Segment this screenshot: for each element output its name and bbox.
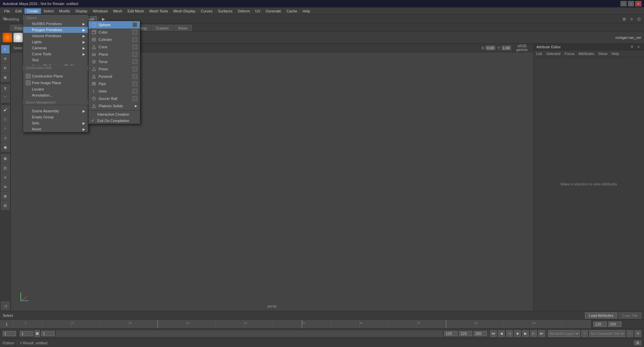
free-image-plane-checkbox[interactable] — [26, 80, 31, 85]
poly-pyramid[interactable]: Pyramid — [89, 73, 140, 80]
menu-uv[interactable]: UV — [253, 8, 263, 14]
tool-snap3[interactable]: ≡ — [1, 173, 10, 182]
transport-prev-frame[interactable]: ◀ — [498, 330, 505, 337]
menu-surfaces[interactable]: Surfaces — [215, 8, 235, 14]
create-cameras[interactable]: Cameras ▶ — [23, 45, 88, 51]
attr-float-button[interactable]: ⧉ — [629, 44, 635, 50]
tool-snap5[interactable]: ⊞ — [1, 192, 10, 200]
transport-prev-key[interactable]: ⏮ — [490, 330, 497, 337]
create-menu[interactable]: Objects NURBS Primitives ▶ Polygon Primi… — [23, 15, 88, 132]
cube-checkbox[interactable] — [132, 30, 137, 35]
menu-file[interactable]: File — [1, 8, 13, 14]
poly-cube[interactable]: Cube — [89, 28, 140, 36]
frame-input-2[interactable] — [41, 331, 55, 336]
anim-layer-select[interactable]: No Anim Layer — [548, 330, 580, 337]
create-empty-group[interactable]: Empty Group — [23, 114, 88, 120]
toolbar-right-2[interactable]: ≡ — [628, 15, 635, 23]
char-set-btn[interactable]: + — [627, 330, 633, 337]
menu-edit-mesh[interactable]: Edit Mesh — [125, 8, 147, 14]
shelf-icon-white[interactable] — [13, 33, 23, 42]
create-curve-tools[interactable]: Curve Tools ▶ — [23, 51, 88, 57]
tool-bottom1[interactable]: ◁ — [1, 301, 10, 310]
create-locator[interactable]: Locator — [23, 86, 88, 92]
menu-mesh[interactable]: Mesh — [110, 8, 125, 14]
char-set-settings[interactable]: ⚙ — [635, 330, 641, 337]
transport-play-back[interactable]: ◁ — [506, 330, 513, 337]
menu-generate[interactable]: Generate — [263, 8, 284, 14]
anim-layer-btn[interactable]: + — [581, 330, 588, 337]
attr-tab-show[interactable]: Show — [598, 52, 607, 56]
poly-interactive-creation[interactable]: Interactive Creation — [89, 111, 140, 117]
sphere-checkbox[interactable] — [132, 22, 137, 27]
poly-plane[interactable]: Plane — [89, 51, 140, 58]
attr-tab-list[interactable]: List — [536, 52, 542, 56]
create-scene-assembly[interactable]: Scene Assembly ▶ — [23, 108, 88, 114]
minimize-button[interactable]: ─ — [621, 1, 627, 6]
attr-tab-attributes[interactable]: Attributes — [579, 52, 594, 56]
tool-sculpt[interactable]: ◉ — [1, 143, 10, 152]
transport-next-frame[interactable]: ▷ — [530, 330, 537, 337]
pipe-checkbox[interactable] — [132, 81, 137, 86]
gamma-btn[interactable]: sRGB gamma — [512, 44, 532, 52]
tool-select2[interactable]: □ — [1, 115, 10, 123]
cylinder-checkbox[interactable] — [132, 37, 137, 42]
playback-end-input[interactable] — [474, 331, 487, 336]
tool-snap2[interactable]: ⊡ — [1, 164, 10, 172]
menu-create[interactable]: Create — [24, 8, 41, 14]
tool-snap1[interactable]: ⊠ — [1, 154, 10, 163]
copy-tab-button[interactable]: Copy Tab — [619, 312, 641, 319]
frame-end-input-2[interactable] — [459, 331, 472, 336]
tool-move[interactable]: ✛ — [1, 54, 10, 63]
tool-snap6[interactable]: ⊟ — [1, 201, 10, 210]
poly-platonic-solids[interactable]: Platonic Solids ▶ — [89, 102, 140, 110]
poly-sphere[interactable]: Sphere — [89, 21, 140, 28]
script-editor-btn[interactable]: ⊞ — [634, 340, 641, 345]
load-attributes-button[interactable]: Load Attributes — [585, 312, 617, 319]
create-volume-primitives[interactable]: Volume Primitives ▶ — [23, 33, 88, 39]
shelf-icon-orange[interactable] — [3, 33, 12, 42]
menu-curves[interactable]: Curves — [198, 8, 215, 14]
transport-stop[interactable]: ■ — [514, 330, 521, 337]
poly-cylinder[interactable]: Cylinder — [89, 36, 140, 43]
torus-checkbox[interactable] — [132, 59, 137, 64]
frame-start-input[interactable] — [20, 331, 33, 336]
create-nurbs-primitives[interactable]: NURBS Primitives ▶ — [23, 21, 88, 27]
polygon-submenu[interactable]: Sphere Cube — [88, 21, 140, 124]
menu-edit[interactable]: Edit — [13, 8, 24, 14]
poly-exit-on-completion[interactable]: ✓ Exit On Completion — [89, 117, 140, 124]
tool-lasso[interactable]: ○ — [1, 124, 10, 133]
pyramid-checkbox[interactable] — [132, 74, 137, 79]
close-button[interactable]: ✕ — [635, 1, 641, 6]
tool-select[interactable]: ↖ — [1, 45, 10, 54]
create-annotation[interactable]: Annotation... — [23, 92, 88, 98]
create-measure-tools[interactable]: Measure Tools ▶ — [23, 98, 88, 104]
soccer-ball-checkbox[interactable] — [132, 96, 137, 101]
menu-display[interactable]: Display — [73, 8, 90, 14]
attr-tab-selected[interactable]: Selected — [546, 52, 560, 56]
tool-curve[interactable]: ⌒ — [1, 94, 10, 103]
menu-select[interactable]: Select — [41, 8, 57, 14]
menu-windows[interactable]: Windows — [90, 8, 111, 14]
create-text[interactable]: Text — [23, 57, 88, 63]
cone-checkbox[interactable] — [132, 45, 137, 49]
poly-pipe[interactable]: Pipe — [89, 80, 140, 88]
create-lights[interactable]: Lights ▶ — [23, 39, 88, 45]
anim-end-field[interactable] — [593, 322, 607, 327]
timeline-ruler[interactable]: 5 15 25 35 45 55 65 75 85 95 — [13, 320, 590, 328]
attr-tab-help[interactable]: Help — [611, 52, 619, 56]
poly-helix[interactable]: Helix — [89, 88, 140, 95]
menu-modify[interactable]: Modify — [56, 8, 72, 14]
playback-end-field[interactable] — [608, 322, 622, 327]
timeline[interactable]: 1 — [0, 320, 644, 328]
tool-diamond[interactable]: ◇ — [1, 133, 10, 142]
toolbar-right-1[interactable]: ⊞ — [621, 15, 628, 23]
create-polygon-primitives[interactable]: Polygon Primitives ▶ — [23, 27, 88, 33]
menu-mesh-display[interactable]: Mesh Display — [171, 8, 198, 14]
tool-scale[interactable]: ⊞ — [1, 73, 10, 82]
poly-prism[interactable]: Prism — [89, 65, 140, 73]
helix-checkbox[interactable] — [132, 89, 137, 94]
toolbar-right-3[interactable]: ⊡ — [635, 15, 643, 23]
poly-torus[interactable]: Torus — [89, 58, 140, 65]
create-free-image-plane[interactable]: Free Image Plane — [23, 79, 88, 86]
menu-cache[interactable]: Cache — [284, 8, 300, 14]
